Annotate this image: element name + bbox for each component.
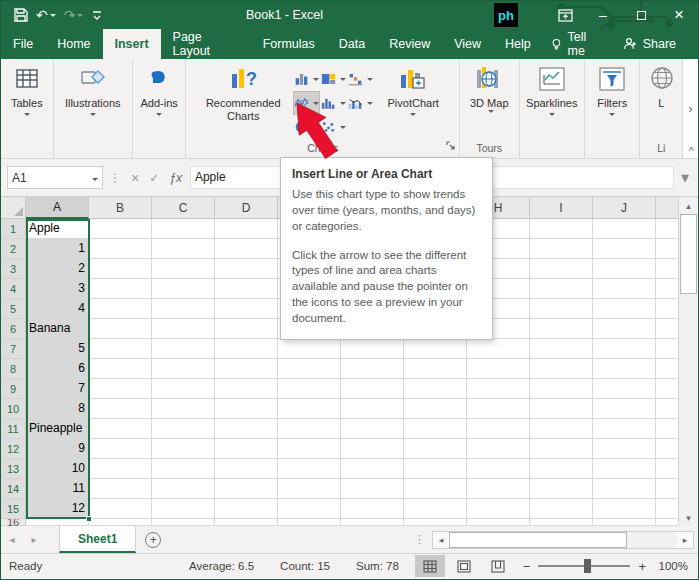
cell-c8[interactable] [152, 359, 215, 379]
cell-f14[interactable] [341, 479, 404, 499]
cell-g16[interactable] [404, 519, 467, 526]
cell-j12[interactable] [593, 439, 656, 459]
row-header-11[interactable]: 11 [1, 419, 26, 439]
cell-j14[interactable] [593, 479, 656, 499]
tab-insert[interactable]: Insert [103, 29, 161, 59]
tab-view[interactable]: View [442, 29, 493, 59]
column-header-b[interactable]: B [89, 197, 152, 219]
zoom-level[interactable]: 100% [656, 560, 698, 572]
row-header-14[interactable]: 14 [1, 479, 26, 499]
cell-b9[interactable] [89, 379, 152, 399]
cell-b10[interactable] [89, 399, 152, 419]
cell-e16[interactable] [278, 519, 341, 526]
row-header-1[interactable]: 1 [1, 219, 26, 239]
cell-c16[interactable] [152, 519, 215, 526]
cell-b4[interactable] [89, 279, 152, 299]
3d-map-button[interactable]: 3D Map [465, 62, 514, 140]
cell-b14[interactable] [89, 479, 152, 499]
cell-c13[interactable] [152, 459, 215, 479]
normal-view-button[interactable] [415, 555, 445, 577]
cell-i2[interactable] [530, 239, 593, 259]
charts-dialog-launcher[interactable] [446, 139, 456, 155]
cell-c6[interactable] [152, 319, 215, 339]
cell-g12[interactable] [404, 439, 467, 459]
addins-button[interactable]: Add-ins [135, 62, 182, 140]
cell-g13[interactable] [404, 459, 467, 479]
waterfall-chart-dropdown-icon[interactable] [367, 78, 373, 81]
cell-i13[interactable] [530, 459, 593, 479]
cell-g10[interactable] [404, 399, 467, 419]
vscroll-up-button[interactable]: ▴ [679, 197, 698, 214]
cell-j16[interactable] [593, 519, 656, 526]
cell-c3[interactable] [152, 259, 215, 279]
cell-d2[interactable] [215, 239, 278, 259]
cell-f12[interactable] [341, 439, 404, 459]
cell-j2[interactable] [593, 239, 656, 259]
cell-g15[interactable] [404, 499, 467, 519]
vscroll-track[interactable] [679, 294, 698, 509]
row-header-2[interactable]: 2 [1, 239, 26, 259]
redo-button[interactable]: ↷ [61, 3, 87, 27]
column-header-i[interactable]: I [530, 197, 593, 219]
row-header-10[interactable]: 10 [1, 399, 26, 419]
customize-qat-button[interactable] [88, 3, 106, 27]
row-header-9[interactable]: 9 [1, 379, 26, 399]
illustrations-button[interactable]: Illustrations [60, 62, 126, 140]
cell-f16[interactable] [341, 519, 404, 526]
cell-j11[interactable] [593, 419, 656, 439]
cell-a12[interactable]: 9 [26, 439, 89, 459]
row-header-6[interactable]: 6 [1, 319, 26, 339]
cell-e12[interactable] [278, 439, 341, 459]
cell-b5[interactable] [89, 299, 152, 319]
cell-a7[interactable]: 5 [26, 339, 89, 359]
cell-e13[interactable] [278, 459, 341, 479]
zoom-in-button[interactable]: + [638, 559, 646, 574]
cell-d12[interactable] [215, 439, 278, 459]
cell-i10[interactable] [530, 399, 593, 419]
cell-a9[interactable]: 7 [26, 379, 89, 399]
cell-h11[interactable] [467, 419, 530, 439]
insert-column-chart-button[interactable] [293, 67, 320, 91]
cell-i3[interactable] [530, 259, 593, 279]
cell-i11[interactable] [530, 419, 593, 439]
cell-j15[interactable] [593, 499, 656, 519]
select-all-corner[interactable] [1, 197, 26, 219]
cell-a14[interactable]: 11 [26, 479, 89, 499]
cell-a15[interactable]: 12 [26, 499, 89, 519]
cell-c1[interactable] [152, 219, 215, 239]
cell-g11[interactable] [404, 419, 467, 439]
row-header-12[interactable]: 12 [1, 439, 26, 459]
hierarchy-chart-dropdown-icon[interactable] [340, 78, 346, 81]
cell-e7[interactable] [278, 339, 341, 359]
cell-h8[interactable] [467, 359, 530, 379]
sheet-nav-right-button[interactable]: ▸ [23, 526, 45, 553]
cell-a8[interactable]: 6 [26, 359, 89, 379]
cell-b16[interactable] [89, 519, 152, 526]
cell-c4[interactable] [152, 279, 215, 299]
cell-d10[interactable] [215, 399, 278, 419]
cell-a2[interactable]: 1 [26, 239, 89, 259]
formula-cancel-button[interactable]: × [131, 170, 139, 186]
cell-a13[interactable]: 10 [26, 459, 89, 479]
cell-j7[interactable] [593, 339, 656, 359]
cell-f9[interactable] [341, 379, 404, 399]
cell-i9[interactable] [530, 379, 593, 399]
insert-hierarchy-chart-button[interactable] [320, 67, 347, 91]
name-box-dropdown-icon[interactable] [92, 178, 98, 181]
cell-d8[interactable] [215, 359, 278, 379]
cell-a6[interactable]: Banana [26, 319, 89, 339]
save-button[interactable] [11, 3, 31, 27]
cell-d15[interactable] [215, 499, 278, 519]
cell-g7[interactable] [404, 339, 467, 359]
vscroll-down-button[interactable]: ▾ [679, 509, 698, 526]
undo-button[interactable]: ↶ [33, 3, 59, 27]
cell-d11[interactable] [215, 419, 278, 439]
cell-j13[interactable] [593, 459, 656, 479]
column-header-d[interactable]: D [215, 197, 278, 219]
cell-i1[interactable] [530, 219, 593, 239]
cell-i15[interactable] [530, 499, 593, 519]
cell-g8[interactable] [404, 359, 467, 379]
tab-data[interactable]: Data [327, 29, 377, 59]
hscroll-right-button[interactable]: ▸ [677, 532, 693, 548]
maximize-button[interactable] [622, 1, 660, 29]
